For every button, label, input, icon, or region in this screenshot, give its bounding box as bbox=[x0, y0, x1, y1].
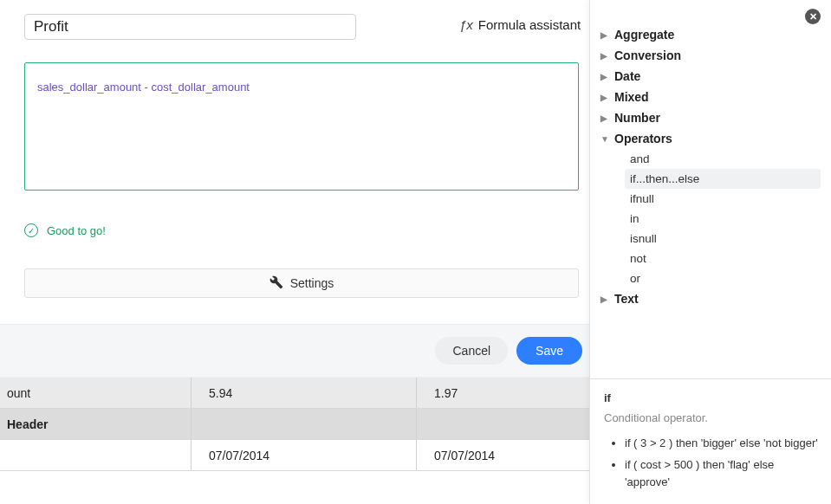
help-title: if bbox=[604, 391, 818, 404]
help-example: if ( cost > 500 ) then 'flag' else 'appr… bbox=[625, 456, 818, 490]
formula-editor[interactable]: sales_dollar_amount - cost_dollar_amount bbox=[24, 62, 579, 191]
chevron-right-icon: ▶ bbox=[601, 51, 609, 61]
category-operators[interactable]: ▼ Operators bbox=[601, 128, 821, 149]
category-label: Conversion bbox=[614, 48, 681, 62]
operator-if-then-else[interactable]: if...then...else bbox=[625, 169, 821, 189]
table-cell: 5.94 bbox=[191, 378, 416, 408]
cancel-button[interactable]: Cancel bbox=[435, 337, 508, 365]
settings-label: Settings bbox=[290, 276, 334, 290]
operator-ifnull[interactable]: ifnull bbox=[625, 189, 821, 209]
category-label: Number bbox=[614, 111, 660, 125]
category-label: Aggregate bbox=[614, 28, 674, 42]
table-row: ount 5.94 1.97 bbox=[0, 378, 589, 409]
chevron-right-icon: ▶ bbox=[601, 93, 609, 102]
status-row: ✓ Good to go! bbox=[24, 223, 106, 237]
category-date[interactable]: ▶ Date bbox=[601, 66, 821, 87]
category-label: Date bbox=[614, 69, 640, 83]
category-label: Mixed bbox=[614, 90, 649, 104]
formula-assistant-panel: ✕ ▶ Aggregate ▶ Conversion ▶ Date ▶ Mixe… bbox=[589, 0, 831, 504]
table-row: 07/07/2014 07/07/2014 bbox=[0, 440, 589, 471]
category-mixed[interactable]: ▶ Mixed bbox=[601, 87, 821, 107]
formula-assistant-header: ƒx Formula assistant bbox=[459, 17, 581, 32]
operators-sublist: and if...then...else ifnull in isnull no… bbox=[601, 149, 821, 288]
help-example: if ( 3 > 2 ) then 'bigger' else 'not big… bbox=[625, 435, 818, 452]
category-aggregate[interactable]: ▶ Aggregate bbox=[601, 24, 821, 45]
help-panel: if Conditional operator. if ( 3 > 2 ) th… bbox=[590, 378, 831, 505]
category-text[interactable]: ▶ Text bbox=[601, 288, 821, 309]
chevron-down-icon: ▼ bbox=[601, 134, 609, 144]
help-examples: if ( 3 > 2 ) then 'bigger' else 'not big… bbox=[604, 435, 818, 491]
close-icon[interactable]: ✕ bbox=[805, 9, 821, 24]
category-label: Operators bbox=[614, 132, 672, 145]
formula-text: sales_dollar_amount - cost_dollar_amount bbox=[37, 81, 250, 94]
category-list: ▶ Aggregate ▶ Conversion ▶ Date ▶ Mixed … bbox=[590, 0, 831, 309]
category-label: Text bbox=[614, 292, 639, 306]
settings-button[interactable]: Settings bbox=[24, 268, 579, 298]
category-conversion[interactable]: ▶ Conversion bbox=[601, 45, 821, 66]
save-button[interactable]: Save bbox=[516, 337, 582, 365]
status-text: Good to go! bbox=[47, 224, 106, 237]
chevron-right-icon: ▶ bbox=[601, 113, 609, 123]
check-icon: ✓ bbox=[24, 223, 38, 237]
table-row: Header bbox=[0, 409, 589, 440]
wrench-icon bbox=[269, 275, 283, 292]
table-preview: ount 5.94 1.97 Header 07/07/2014 07/07/2… bbox=[0, 378, 589, 471]
table-cell: 07/07/2014 bbox=[191, 440, 416, 470]
table-cell bbox=[416, 409, 589, 439]
category-number[interactable]: ▶ Number bbox=[601, 107, 821, 128]
table-cell: Header bbox=[0, 417, 191, 431]
operator-not[interactable]: not bbox=[625, 249, 821, 268]
operator-or[interactable]: or bbox=[625, 268, 821, 288]
help-description: Conditional operator. bbox=[604, 411, 818, 424]
table-cell: 07/07/2014 bbox=[416, 440, 589, 470]
table-cell bbox=[191, 409, 416, 439]
operator-in[interactable]: in bbox=[625, 209, 821, 229]
chevron-right-icon: ▶ bbox=[601, 72, 609, 81]
operator-isnull[interactable]: isnull bbox=[625, 229, 821, 249]
table-cell: 1.97 bbox=[416, 378, 589, 408]
chevron-right-icon: ▶ bbox=[601, 294, 609, 304]
footer-bar: Cancel Save bbox=[0, 324, 589, 378]
chevron-right-icon: ▶ bbox=[601, 30, 609, 40]
formula-assistant-label: Formula assistant bbox=[478, 17, 581, 32]
main-area: ƒx Formula assistant sales_dollar_amount… bbox=[0, 0, 589, 504]
table-cell: ount bbox=[0, 386, 191, 400]
fx-icon: ƒx bbox=[459, 17, 473, 32]
formula-name-input[interactable] bbox=[24, 14, 356, 40]
operator-and[interactable]: and bbox=[625, 149, 821, 169]
